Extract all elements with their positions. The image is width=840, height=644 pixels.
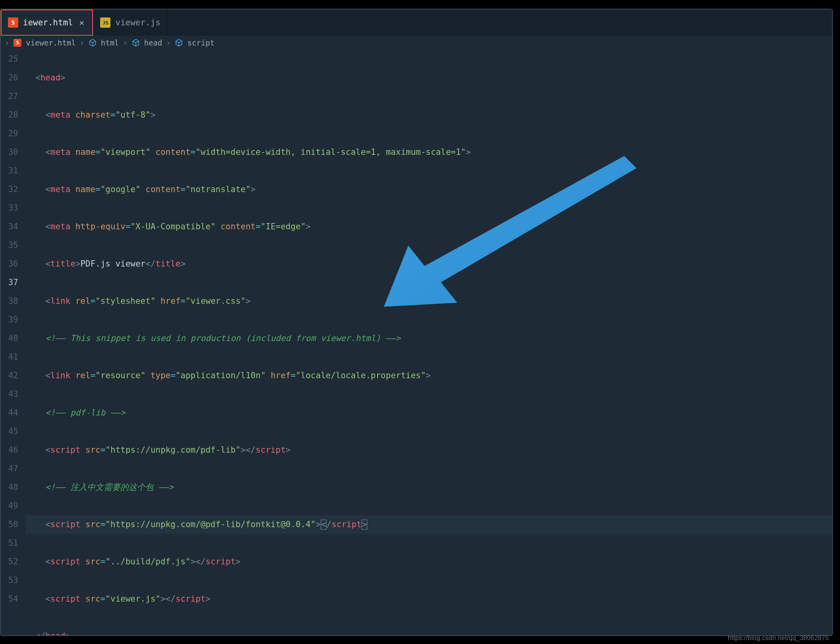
- close-icon[interactable]: ✕: [78, 18, 86, 27]
- breadcrumb-item[interactable]: html: [101, 38, 119, 47]
- code-line: <script src="viewer.js"></script>: [25, 590, 832, 608]
- code-line: <head>: [25, 69, 832, 87]
- tab-viewer-js[interactable]: JS viewer.js: [93, 10, 168, 36]
- tab-bar: 5 iewer.html ✕ JS viewer.js: [1, 10, 832, 36]
- code-line: </head>: [25, 627, 832, 636]
- editor-window: 5 iewer.html ✕ JS viewer.js › 5 viewer.h…: [0, 9, 833, 636]
- breadcrumb-sep: ›: [123, 38, 127, 47]
- html5-icon: 5: [13, 38, 22, 47]
- element-icon: [88, 38, 97, 47]
- breadcrumb: › 5 viewer.html › html › head › script: [1, 36, 832, 50]
- editor-body[interactable]: 25 26 27 28 29 30 31 32 33 34 35 36 37 3…: [1, 50, 832, 635]
- code-line: <!—— This snippet is used in production …: [25, 329, 832, 348]
- tab-label: viewer.js: [115, 18, 160, 27]
- line-number-gutter: 25 26 27 28 29 30 31 32 33 34 35 36 37 3…: [1, 50, 25, 635]
- code-line: <meta charset="utf-8">: [25, 106, 832, 124]
- breadcrumb-item[interactable]: head: [144, 38, 162, 47]
- code-line: <meta name="google" content="notranslate…: [25, 180, 832, 199]
- code-line: <meta name="viewport" content="width=dev…: [25, 143, 832, 162]
- js-icon: JS: [100, 17, 110, 28]
- code-line: <!—— 注入中文需要的这个包 ——>: [25, 478, 832, 497]
- code-line: <meta http-equiv="X-UA-Compatible" conte…: [25, 217, 832, 236]
- breadcrumb-item[interactable]: script: [187, 38, 215, 47]
- breadcrumb-sep: ›: [5, 38, 9, 47]
- element-icon: [131, 38, 140, 47]
- code-line: <title>PDF.js viewer</title>: [25, 255, 832, 273]
- html5-icon: 5: [8, 17, 18, 28]
- tab-label: iewer.html: [23, 18, 73, 27]
- code-line: <link rel="stylesheet" href="viewer.css"…: [25, 292, 832, 311]
- code-line: <script src="../build/pdf.js"></script>: [25, 553, 832, 571]
- element-icon: [175, 38, 183, 47]
- breadcrumb-sep: ›: [80, 38, 84, 47]
- code-line: <link rel="resource" type="application/l…: [25, 366, 832, 385]
- breadcrumb-item[interactable]: viewer.html: [26, 38, 76, 47]
- code-area[interactable]: <head> <meta charset="utf-8"> <meta name…: [25, 50, 832, 635]
- code-line-active: <script src="https://unpkg.com/@pdf-lib/…: [25, 515, 832, 534]
- code-line: <script src="https://unpkg.com/pdf-lib">…: [25, 441, 832, 459]
- code-line: <!—— pdf-lib ——>: [25, 404, 832, 422]
- breadcrumb-sep: ›: [166, 38, 171, 47]
- tab-viewer-html[interactable]: 5 iewer.html ✕: [1, 10, 93, 36]
- watermark: https://blog.csdn.net/qq_38062875: [728, 634, 829, 642]
